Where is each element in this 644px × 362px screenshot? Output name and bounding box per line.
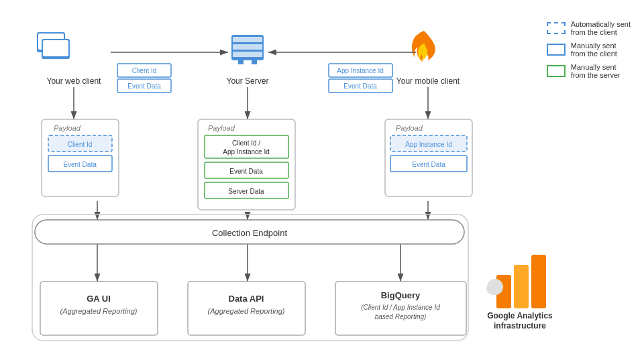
svg-text:infrastructure: infrastructure bbox=[494, 321, 546, 330]
svg-rect-4 bbox=[42, 39, 70, 59]
svg-text:GA UI: GA UI bbox=[87, 294, 111, 304]
svg-text:Data API: Data API bbox=[229, 294, 264, 304]
svg-rect-68 bbox=[496, 275, 511, 308]
svg-text:Event Data: Event Data bbox=[63, 161, 97, 168]
svg-rect-51 bbox=[385, 119, 472, 196]
svg-rect-55 bbox=[390, 156, 467, 172]
legend-dashed-blue-box bbox=[547, 22, 566, 34]
diagram-container: Automatically sentfrom the client Manual… bbox=[0, 0, 644, 362]
svg-rect-2 bbox=[37, 32, 65, 52]
svg-rect-67 bbox=[32, 215, 468, 341]
svg-rect-42 bbox=[198, 119, 295, 210]
svg-text:Event Data: Event Data bbox=[343, 82, 377, 90]
legend-solid-blue-box bbox=[547, 44, 566, 56]
svg-rect-6 bbox=[231, 35, 264, 60]
svg-text:BigQuery: BigQuery bbox=[381, 290, 421, 300]
svg-text:Event Data: Event Data bbox=[229, 168, 263, 175]
svg-point-72 bbox=[486, 282, 500, 295]
svg-text:Payload: Payload bbox=[396, 124, 423, 132]
svg-rect-10 bbox=[238, 60, 244, 64]
svg-text:Client Id: Client Id bbox=[68, 141, 93, 148]
svg-rect-31 bbox=[329, 79, 392, 93]
svg-rect-7 bbox=[233, 37, 262, 42]
legend-auto-sent: Automatically sentfrom the client bbox=[547, 20, 631, 36]
svg-rect-27 bbox=[117, 79, 171, 93]
svg-rect-69 bbox=[514, 265, 529, 308]
svg-text:Server Data: Server Data bbox=[228, 188, 264, 195]
svg-rect-57 bbox=[40, 282, 158, 335]
svg-text:Your web client: Your web client bbox=[47, 76, 102, 86]
svg-rect-60 bbox=[188, 282, 305, 335]
svg-rect-38 bbox=[48, 135, 112, 152]
svg-rect-11 bbox=[252, 60, 257, 64]
svg-rect-23 bbox=[35, 220, 464, 244]
legend-manual-client: Manually sentfrom the client bbox=[547, 42, 631, 58]
svg-rect-40 bbox=[48, 156, 112, 172]
svg-text:based Reporting): based Reporting) bbox=[375, 313, 427, 320]
svg-text:Google Analytics: Google Analytics bbox=[487, 311, 553, 320]
svg-rect-25 bbox=[117, 64, 171, 77]
svg-text:Collection Endpoint: Collection Endpoint bbox=[212, 228, 287, 238]
legend-auto-label: Automatically sentfrom the client bbox=[571, 20, 631, 36]
legend-manual-server: Manually sentfrom the server bbox=[547, 63, 631, 79]
svg-rect-49 bbox=[205, 182, 288, 198]
legend: Automatically sentfrom the client Manual… bbox=[547, 20, 631, 79]
svg-text:Your mobile client: Your mobile client bbox=[396, 76, 460, 86]
svg-point-71 bbox=[487, 279, 503, 295]
svg-rect-63 bbox=[335, 282, 466, 335]
svg-text:Event Data: Event Data bbox=[127, 82, 161, 90]
svg-text:(Aggregated Reporting): (Aggregated Reporting) bbox=[60, 307, 138, 315]
svg-text:(Aggregated Reporting): (Aggregated Reporting) bbox=[208, 307, 285, 315]
svg-text:App Instance Id: App Instance Id bbox=[337, 67, 384, 74]
svg-rect-8 bbox=[233, 44, 262, 50]
legend-manual-client-label: Manually sentfrom the client bbox=[571, 42, 617, 58]
svg-rect-36 bbox=[42, 119, 119, 196]
svg-text:App Instance Id: App Instance Id bbox=[405, 141, 452, 148]
svg-text:Payload: Payload bbox=[54, 124, 81, 132]
svg-text:Payload: Payload bbox=[208, 124, 235, 132]
svg-rect-47 bbox=[205, 162, 288, 178]
svg-text:Your Server: Your Server bbox=[227, 76, 269, 86]
svg-rect-3 bbox=[38, 34, 64, 50]
svg-text:App Instance Id: App Instance Id bbox=[223, 148, 270, 156]
legend-solid-green-box bbox=[547, 65, 566, 77]
svg-rect-70 bbox=[531, 255, 546, 308]
legend-manual-server-label: Manually sentfrom the server bbox=[571, 63, 621, 79]
svg-rect-29 bbox=[329, 64, 392, 77]
svg-rect-44 bbox=[205, 135, 288, 158]
svg-rect-5 bbox=[43, 40, 68, 56]
svg-text:Client Id /: Client Id / bbox=[232, 139, 260, 147]
svg-text:Event Data: Event Data bbox=[412, 161, 445, 168]
svg-rect-9 bbox=[233, 52, 262, 57]
svg-rect-53 bbox=[390, 135, 467, 152]
svg-text:Client Id: Client Id bbox=[132, 67, 157, 74]
svg-text:(Client Id / App Instance Id: (Client Id / App Instance Id bbox=[361, 304, 440, 311]
